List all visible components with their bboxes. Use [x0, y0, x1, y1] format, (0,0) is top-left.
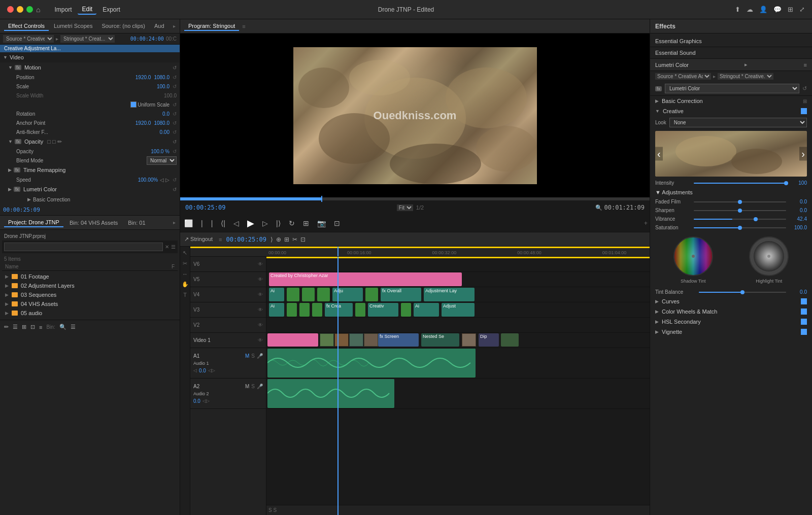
- progress-bar[interactable]: [180, 197, 650, 200]
- v3-eye-icon[interactable]: 👁: [258, 307, 263, 313]
- highlight-tint-wheel[interactable]: [749, 236, 789, 277]
- v2-eye-icon[interactable]: 👁: [258, 322, 263, 328]
- btn-compare[interactable]: ⊡: [332, 218, 342, 228]
- folder-04-vhs[interactable]: ▶ 04 VHS Assets: [2, 299, 178, 308]
- look-nav-left[interactable]: ‹: [655, 147, 663, 161]
- clip-v3-creative[interactable]: fx Crea: [325, 303, 353, 317]
- a1-solo[interactable]: S: [251, 353, 255, 359]
- new-item-icon[interactable]: ✏: [4, 324, 9, 330]
- basic-correction-header[interactable]: Basic Correction: [24, 194, 180, 204]
- tab-source[interactable]: Source: (no clips): [97, 22, 149, 31]
- opacity-val[interactable]: 100.0 %: [151, 149, 170, 154]
- btn-mark-out[interactable]: |: [199, 218, 205, 228]
- tint-balance-slider[interactable]: [699, 292, 786, 293]
- freeform-icon[interactable]: ⊡: [30, 324, 35, 330]
- cwm-checkbox[interactable]: [801, 308, 807, 315]
- ec-source-select[interactable]: Source * Creative Ad...: [3, 35, 54, 43]
- v5-eye-icon[interactable]: 👁: [258, 277, 263, 282]
- shadow-tint-wheel[interactable]: [673, 236, 714, 277]
- side-hand-icon[interactable]: ✋: [181, 280, 190, 289]
- opacity-val-reset[interactable]: ↺: [173, 149, 177, 154]
- rp-color-wheels-match[interactable]: Color Wheels & Match: [650, 306, 812, 317]
- tab-project[interactable]: Project: Drone JTNP: [4, 218, 63, 227]
- btn-step-fwd[interactable]: ▷: [260, 218, 270, 228]
- rp-clip-select[interactable]: Stringout * Creative...: [718, 73, 773, 80]
- clip-v3-7[interactable]: Ai: [414, 303, 439, 317]
- clip-v3-4[interactable]: [312, 303, 322, 317]
- captions-icon[interactable]: 💬: [773, 6, 782, 13]
- a2-solo[interactable]: S: [251, 384, 255, 389]
- ec-clip-select[interactable]: Stringout * Creat...: [60, 35, 115, 43]
- maximize-button[interactable]: [26, 6, 33, 13]
- menu-import[interactable]: Import: [50, 5, 76, 14]
- side-slip-icon[interactable]: ↔: [181, 270, 189, 278]
- rp-lumetri-select[interactable]: Lumetri Color: [665, 84, 799, 93]
- vignette-checkbox[interactable]: [801, 329, 807, 335]
- minimize-button[interactable]: [17, 6, 23, 13]
- btn-play[interactable]: ▶: [245, 217, 256, 230]
- clip-v3-1[interactable]: Ai: [269, 303, 284, 317]
- creative-checkbox[interactable]: [801, 108, 807, 114]
- tab-bin04[interactable]: Bin: 04 VHS Assets: [65, 219, 122, 227]
- look-nav-right[interactable]: ›: [799, 147, 807, 161]
- a1-toggle[interactable]: M: [245, 353, 249, 359]
- tab-lumetri-scopes[interactable]: Lumetri Scopes: [50, 22, 96, 31]
- position-y[interactable]: 1080.0: [154, 75, 170, 80]
- position-x[interactable]: 1920.0: [136, 75, 151, 80]
- vibrance-slider[interactable]: [694, 219, 786, 220]
- lumetri-color-section[interactable]: fx Lumetri Color ↺: [0, 184, 180, 194]
- clip-v1-dip[interactable]: Dip: [479, 333, 499, 347]
- curves-checkbox[interactable]: [801, 298, 807, 304]
- clip-v4-5[interactable]: [365, 288, 378, 301]
- a2-mic[interactable]: 🎤: [257, 384, 263, 389]
- sort-icon[interactable]: ≡: [39, 324, 42, 330]
- rp-source-select[interactable]: Source * Creative Adju...: [655, 73, 711, 80]
- opacity-reset[interactable]: ↺: [173, 139, 177, 145]
- clip-v4-4[interactable]: [317, 288, 330, 301]
- folder-03-sequences[interactable]: ▶ 03 Sequences: [2, 290, 178, 299]
- clip-v1-nested[interactable]: Nested Se: [421, 333, 459, 347]
- rotation-reset[interactable]: ↺: [173, 111, 177, 117]
- expand-icon[interactable]: ⤢: [799, 6, 805, 13]
- section-lumetri-color[interactable]: Lumetri Color ▸ ≡: [650, 59, 812, 71]
- search-project-icon[interactable]: 🔍: [59, 324, 66, 330]
- a2-vol-arrows[interactable]: ◁▷: [202, 398, 210, 403]
- motion-reset-icon[interactable]: ↺: [173, 65, 177, 71]
- clip-v3-5[interactable]: [355, 303, 365, 317]
- a1-vol-value[interactable]: 0.0: [199, 368, 206, 373]
- intensity-slider[interactable]: [694, 183, 786, 184]
- position-reset[interactable]: ↺: [173, 75, 177, 80]
- anchor-y[interactable]: 1080.0: [154, 120, 170, 126]
- audio-clip-a2[interactable]: [267, 379, 394, 408]
- tl-razor[interactable]: ✂: [292, 236, 297, 243]
- magnify-icon[interactable]: 🔍: [595, 204, 602, 211]
- rotation-value[interactable]: 0.0: [162, 111, 170, 117]
- clip-v1-end[interactable]: [501, 333, 519, 347]
- menu-export[interactable]: Export: [98, 5, 124, 14]
- saturation-slider[interactable]: [694, 227, 786, 228]
- time-remap-section[interactable]: fx Time Remapping: [0, 165, 180, 175]
- opacity-section-header[interactable]: fx Opacity □ □ ✏ ↺: [0, 136, 180, 147]
- antiflicker-value[interactable]: 0.00: [160, 129, 170, 135]
- icon-view-icon[interactable]: ⊞: [22, 324, 26, 330]
- tl-settings[interactable]: ⊡: [300, 236, 306, 243]
- lumetri-menu-icon[interactable]: ≡: [804, 62, 807, 68]
- clip-v4-adj[interactable]: Adju: [332, 288, 363, 301]
- clip-v1-screen[interactable]: fx Screen: [378, 333, 419, 347]
- btn-go-prev[interactable]: ⟨|: [219, 218, 227, 228]
- btn-go-next[interactable]: |⟩: [274, 218, 283, 228]
- blend-mode-select[interactable]: Normal: [147, 156, 177, 165]
- btn-mark-in[interactable]: ⬜: [182, 218, 195, 228]
- monitor-add-btn[interactable]: +: [644, 220, 648, 227]
- list-view-icon[interactable]: ☰: [13, 324, 18, 330]
- sharpen-slider[interactable]: [694, 210, 786, 211]
- clip-v4-overall[interactable]: fx Overall: [381, 288, 421, 301]
- project-search-input[interactable]: [4, 243, 163, 251]
- side-text-icon[interactable]: T: [182, 291, 188, 299]
- a1-mic[interactable]: 🎤: [257, 353, 263, 359]
- clip-v5-created[interactable]: Created by Christopher Azar: [269, 272, 462, 286]
- close-button[interactable]: [7, 6, 14, 13]
- look-select[interactable]: None: [669, 118, 807, 127]
- anchor-reset[interactable]: ↺: [173, 120, 177, 126]
- tab-program[interactable]: Program: Stringout: [184, 22, 239, 31]
